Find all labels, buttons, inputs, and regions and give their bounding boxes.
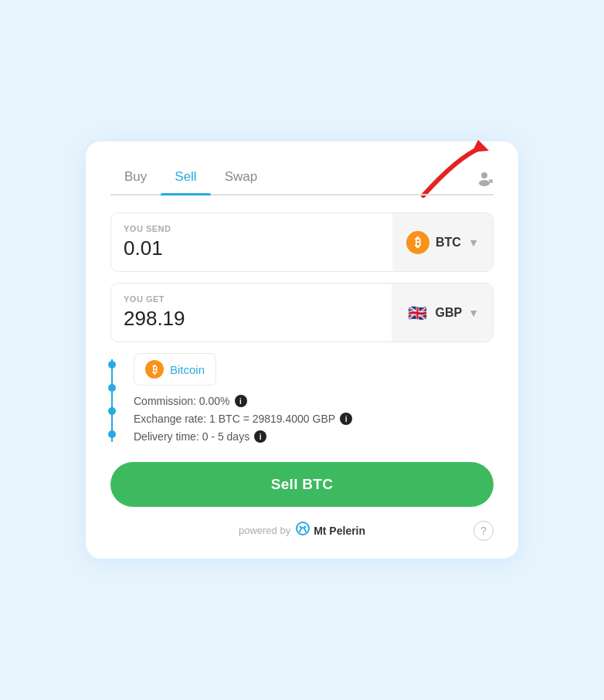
- receive-value[interactable]: 298.19: [124, 307, 379, 331]
- bitcoin-chip-label: Bitcoin: [170, 363, 205, 376]
- gbp-flag-icon: 🇬🇧: [405, 301, 429, 325]
- exchange-rate-line: Exchange rate: 1 BTC = 29819.4000 GBP i: [134, 413, 494, 425]
- widget: Buy Sell Swap YOU SEND 0.01 ₿ BTC ▼ YOU …: [86, 141, 518, 559]
- svg-point-6: [300, 526, 302, 528]
- svg-point-2: [479, 180, 490, 186]
- blue-sidebar-dots: [110, 353, 114, 448]
- pelerin-name: Mt Pelerin: [314, 525, 365, 537]
- info-content: ₿ Bitcoin Commission: 0.00% i Exchange r…: [124, 353, 494, 448]
- delivery-info-icon[interactable]: i: [254, 430, 266, 443]
- send-row: YOU SEND 0.01 ₿ BTC ▼: [110, 212, 494, 272]
- commission-info-icon[interactable]: i: [235, 395, 247, 407]
- footer: powered by Mt Pelerin ?: [110, 521, 494, 540]
- svg-marker-0: [472, 140, 489, 152]
- dot-3: [108, 407, 116, 415]
- receive-label: YOU GET: [124, 294, 379, 304]
- tab-sell[interactable]: Sell: [161, 163, 210, 194]
- dot-4: [108, 430, 116, 438]
- sell-button[interactable]: Sell BTC: [110, 462, 494, 507]
- svg-point-1: [481, 172, 487, 178]
- pelerin-logo-icon: [295, 521, 310, 536]
- delivery-line: Delivery time: 0 - 5 days i: [134, 430, 494, 443]
- svg-point-7: [304, 526, 307, 528]
- commission-text: Commission: 0.00%: [134, 395, 230, 407]
- send-value[interactable]: 0.01: [124, 236, 380, 260]
- profile-button[interactable]: [475, 169, 494, 188]
- receive-currency-label: GBP: [435, 306, 462, 320]
- pelerin-logo: Mt Pelerin: [295, 521, 365, 540]
- commission-line: Commission: 0.00% i: [134, 395, 494, 407]
- delivery-text: Delivery time: 0 - 5 days: [134, 430, 249, 443]
- bitcoin-chip[interactable]: ₿ Bitcoin: [134, 353, 216, 386]
- send-label: YOU SEND: [124, 224, 380, 233]
- receive-currency-selector[interactable]: 🇬🇧 GBP ▼: [392, 284, 493, 342]
- profile-icon: [475, 169, 494, 188]
- tabs-bar: Buy Sell Swap: [110, 163, 494, 195]
- dot-1: [108, 361, 116, 369]
- bitcoin-chip-icon: ₿: [145, 360, 164, 379]
- send-left: YOU SEND 0.01: [111, 213, 392, 271]
- dot-2: [108, 384, 116, 392]
- exchange-rate-text: Exchange rate: 1 BTC = 29819.4000 GBP: [134, 413, 335, 425]
- btc-icon: ₿: [406, 231, 429, 254]
- info-section: ₿ Bitcoin Commission: 0.00% i Exchange r…: [110, 353, 494, 448]
- receive-chevron-icon: ▼: [468, 307, 479, 319]
- pelerin-icon: [295, 521, 310, 540]
- send-chevron-icon: ▼: [468, 236, 479, 249]
- send-currency-label: BTC: [436, 236, 461, 250]
- receive-left: YOU GET 298.19: [111, 284, 392, 342]
- tab-buy[interactable]: Buy: [110, 163, 161, 194]
- help-button[interactable]: ?: [473, 521, 494, 541]
- receive-row: YOU GET 298.19 🇬🇧 GBP ▼: [110, 283, 494, 342]
- send-currency-selector[interactable]: ₿ BTC ▼: [392, 213, 493, 271]
- tab-swap[interactable]: Swap: [211, 163, 272, 194]
- powered-by-text: powered by: [239, 525, 290, 536]
- exchange-rate-info-icon[interactable]: i: [340, 413, 352, 425]
